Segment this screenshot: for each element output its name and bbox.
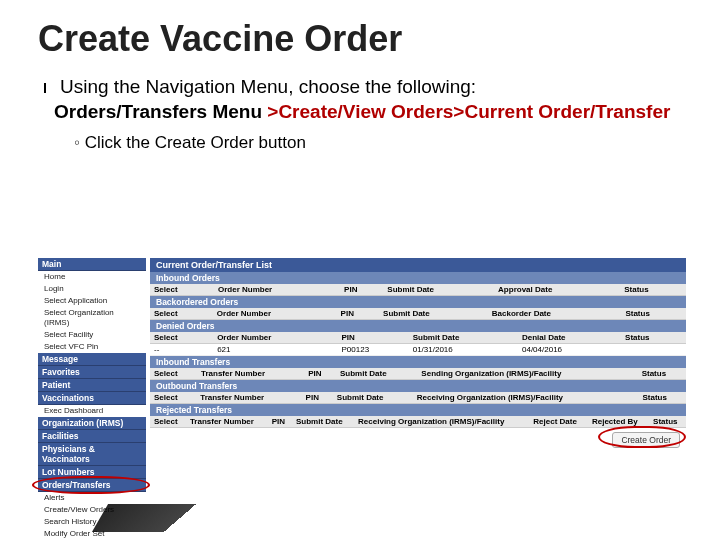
create-order-button[interactable]: Create Order [612, 432, 680, 448]
bullet-list: Using the Navigation Menu, choose the fo… [0, 70, 720, 153]
sidebar-item[interactable]: Select Facility [38, 329, 146, 341]
column-header: PIN [302, 392, 333, 404]
table-row[interactable]: --621P0012301/31/201604/04/2016 [150, 344, 686, 356]
column-header: Transfer Number [197, 368, 304, 380]
column-header: Submit Date [292, 416, 354, 428]
section-bar: Rejected Transfers [150, 404, 686, 416]
column-header: Receiving Organization (IRMS)/Facility [354, 416, 529, 428]
column-header: PIN [268, 416, 292, 428]
table-cell: 621 [213, 344, 337, 356]
column-header: Order Number [214, 284, 340, 296]
sidebar-item[interactable]: Alerts [38, 492, 146, 504]
sidebar-item[interactable]: Select Organization (IRMS) [38, 307, 146, 329]
table-cell [621, 344, 686, 356]
column-header: Transfer Number [186, 416, 268, 428]
column-header: Reject Date [529, 416, 588, 428]
column-header: Status [621, 308, 686, 320]
column-header: Sending Organization (IRMS)/Facility [417, 368, 637, 380]
column-header: Submit Date [379, 308, 488, 320]
column-header: Rejected By [588, 416, 649, 428]
column-header: Approval Date [494, 284, 620, 296]
section-bar: Inbound Orders [150, 272, 686, 284]
data-table: SelectTransfer NumberPINSubmit DateRecei… [150, 392, 686, 404]
section-bar: Denied Orders [150, 320, 686, 332]
sidebar-item[interactable]: Select VFC Pin [38, 341, 146, 353]
bullet-nav-instruction: Using the Navigation Menu, choose the fo… [60, 76, 682, 98]
column-header: PIN [338, 332, 409, 344]
page-title: Create Vaccine Order [0, 0, 720, 70]
column-header: Submit Date [333, 392, 413, 404]
table-cell: -- [150, 344, 213, 356]
data-table: SelectTransfer NumberPINSubmit DateRecei… [150, 416, 686, 428]
sidebar-section[interactable]: Orders/Transfers [38, 479, 146, 492]
sidebar-section[interactable]: Organization (IRMS) [38, 417, 146, 430]
sidebar-item[interactable]: Exec Dashboard [38, 405, 146, 417]
column-header: Select [150, 416, 186, 428]
column-header: Select [150, 368, 197, 380]
footer-decoration [92, 504, 268, 532]
sidebar-section[interactable]: Favorites [38, 366, 146, 379]
sidebar-section[interactable]: Patient [38, 379, 146, 392]
section-bar: Inbound Transfers [150, 356, 686, 368]
table-cell: 01/31/2016 [409, 344, 518, 356]
column-header: Transfer Number [196, 392, 301, 404]
column-header: Status [621, 332, 686, 344]
sidebar-section[interactable]: Vaccinations [38, 392, 146, 405]
column-header: Backorder Date [488, 308, 622, 320]
sidebar-section[interactable]: Lot Numbers [38, 466, 146, 479]
column-header: Select [150, 284, 214, 296]
column-header: PIN [340, 284, 383, 296]
column-header: Submit Date [383, 284, 494, 296]
column-header: Order Number [213, 308, 337, 320]
app-screenshot: MainHomeLoginSelect ApplicationSelect Or… [38, 258, 686, 498]
highlight-orders-transfers [32, 476, 150, 494]
data-table: SelectTransfer NumberPINSubmit DateSendi… [150, 368, 686, 380]
panel-title: Current Order/Transfer List [150, 258, 686, 272]
nav-path: Orders/Transfers Menu >Create/View Order… [54, 100, 682, 125]
section-bar: Backordered Orders [150, 296, 686, 308]
sidebar-section[interactable]: Facilities [38, 430, 146, 443]
table-cell: P00123 [338, 344, 409, 356]
column-header: Receiving Organization (IRMS)/Facility [413, 392, 639, 404]
create-button-row: Create Order [150, 428, 686, 452]
column-header: Status [620, 284, 686, 296]
column-header: Status [638, 368, 686, 380]
sidebar-item[interactable]: Select Application [38, 295, 146, 307]
data-table: SelectOrder NumberPINSubmit DateApproval… [150, 284, 686, 296]
data-table: SelectOrder NumberPINSubmit DateDenial D… [150, 332, 686, 356]
column-header: Submit Date [336, 368, 417, 380]
column-header: Select [150, 308, 213, 320]
sidebar: MainHomeLoginSelect ApplicationSelect Or… [38, 258, 146, 540]
table-cell: 04/04/2016 [518, 344, 621, 356]
column-header: PIN [337, 308, 379, 320]
data-table: SelectOrder NumberPINSubmit DateBackorde… [150, 308, 686, 320]
column-header: Select [150, 392, 196, 404]
sidebar-section[interactable]: Physicians & Vaccinators [38, 443, 146, 466]
sidebar-section[interactable]: Message [38, 353, 146, 366]
column-header: Select [150, 332, 213, 344]
nav-path-menu: Orders/Transfers Menu [54, 101, 267, 122]
sidebar-section[interactable]: Main [38, 258, 146, 271]
column-header: Denial Date [518, 332, 621, 344]
sidebar-item[interactable]: Home [38, 271, 146, 283]
column-header: Status [649, 416, 686, 428]
bullet-click-create: Click the Create Order button [74, 133, 682, 153]
sidebar-item[interactable]: Login [38, 283, 146, 295]
column-header: PIN [304, 368, 336, 380]
column-header: Status [638, 392, 686, 404]
main-panel: Current Order/Transfer List Inbound Orde… [150, 258, 686, 452]
column-header: Submit Date [409, 332, 518, 344]
nav-path-steps: >Create/View Orders>Current Order/Transf… [267, 101, 670, 122]
section-bar: Outbound Transfers [150, 380, 686, 392]
column-header: Order Number [213, 332, 337, 344]
